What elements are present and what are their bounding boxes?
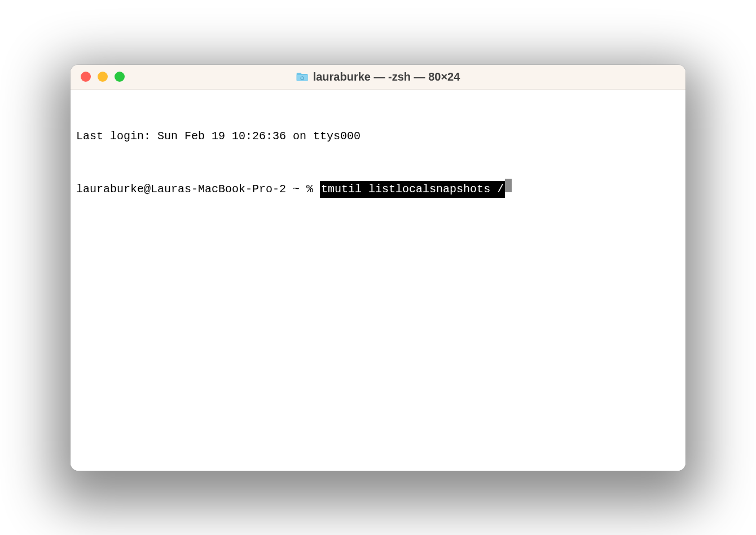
- terminal-body[interactable]: Last login: Sun Feb 19 10:26:36 on ttys0…: [71, 90, 685, 471]
- traffic-lights: [71, 72, 125, 82]
- titlebar[interactable]: lauraburke — -zsh — 80×24: [71, 65, 685, 90]
- prompt-text: lauraburke@Lauras-MacBook-Pro-2 ~ %: [76, 181, 320, 198]
- cursor: [505, 179, 512, 192]
- last-login-line: Last login: Sun Feb 19 10:26:36 on ttys0…: [76, 128, 680, 145]
- minimize-button[interactable]: [98, 72, 108, 82]
- command-input[interactable]: tmutil listlocalsnapshots /: [320, 181, 505, 198]
- window-title: lauraburke — -zsh — 80×24: [313, 70, 460, 83]
- terminal-window: lauraburke — -zsh — 80×24 Last login: Su…: [71, 65, 685, 471]
- window-title-container: lauraburke — -zsh — 80×24: [296, 70, 460, 83]
- prompt-line: lauraburke@Lauras-MacBook-Pro-2 ~ % tmut…: [76, 179, 680, 198]
- close-button[interactable]: [81, 72, 91, 82]
- zoom-button[interactable]: [115, 72, 125, 82]
- home-folder-icon: [296, 72, 309, 82]
